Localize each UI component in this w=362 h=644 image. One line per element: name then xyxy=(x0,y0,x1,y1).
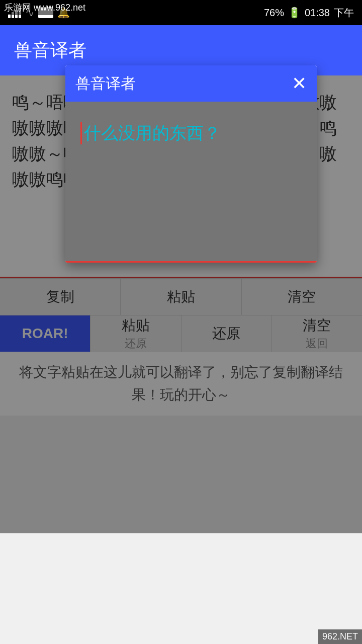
dialog-input-text: 什么没用的东西？ xyxy=(84,122,221,145)
ampm-display: 下午 xyxy=(334,6,354,20)
dialog-header: 兽音译者 ✕ xyxy=(65,65,317,102)
dialog-input-line: 什么没用的东西？ xyxy=(80,122,302,145)
dialog-input-divider xyxy=(65,261,317,263)
app-title: 兽音译者 xyxy=(14,38,86,63)
dialog-title: 兽音译者 xyxy=(75,73,136,94)
dialog: 兽音译者 ✕ 什么没用的东西？ xyxy=(65,65,317,263)
battery-text: 76% xyxy=(264,7,284,19)
dialog-close-button[interactable]: ✕ xyxy=(292,74,307,93)
battery-icon: 🔋 xyxy=(288,7,301,19)
dialog-body: 什么没用的东西？ xyxy=(65,102,317,263)
watermark-top-left: 乐游网 www.962.net xyxy=(0,0,89,15)
time-display: 01:38 xyxy=(305,7,330,19)
text-cursor xyxy=(80,122,82,144)
status-right: 76% 🔋 01:38 下午 xyxy=(264,6,354,20)
watermark-bottom-right: 962.NET xyxy=(318,629,362,644)
